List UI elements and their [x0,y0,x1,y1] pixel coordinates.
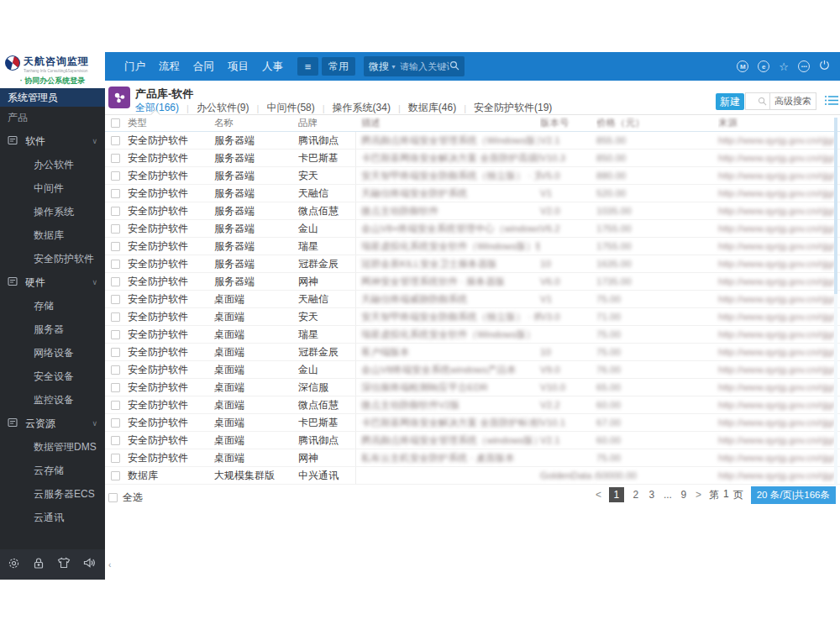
table-row[interactable]: 安全防护软件桌面端卡巴斯基卡巴斯基网络安全解决方案 全面防护标准版（KES） ·… [105,414,840,432]
sidebar-item-0-4[interactable]: 安全防护软件 [0,247,105,270]
sidebar-item-2-2[interactable]: 云服务器ECS [0,482,105,506]
page-button-9[interactable]: 9 [680,489,688,501]
row-checkbox[interactable] [111,348,120,357]
search-scope-dropdown[interactable]: 微搜 [369,60,389,74]
scrollbar-thumb[interactable] [834,118,837,294]
global-search-input[interactable]: 请输入关键词搜 [400,60,449,73]
volume-icon[interactable] [83,557,96,572]
page-button-3[interactable]: 3 [648,489,656,501]
table-row[interactable]: 安全防护软件桌面端深信服深信服终端检测响应平台EDRV10.065.00http… [105,379,840,396]
sidebar-group-1[interactable]: 硬件∨ [0,270,105,294]
office-login-link[interactable]: · 协同办公系统登录 [0,76,105,87]
sidebar-item-0-1[interactable]: 中间件 [0,176,105,200]
next-page-button[interactable]: > [696,489,701,501]
nav-item-1[interactable]: 流程 [159,60,180,74]
sidebar-section-product[interactable]: 产品 [0,107,105,129]
table-row[interactable]: 安全防护软件服务器端卡巴斯基卡巴斯基网络安全解决方案 全面防护高级版 KESB.… [105,150,840,167]
row-checkbox[interactable] [111,189,120,198]
power-icon[interactable] [819,59,830,74]
row-checkbox[interactable] [111,454,120,463]
row-checkbox[interactable] [111,207,120,216]
page-size-summary-badge[interactable]: 20 条/页|共166条 [751,486,836,504]
search-icon[interactable] [449,59,459,74]
page-button-...[interactable]: ... [664,489,672,501]
table-row[interactable]: 安全防护软件服务器端微点佰慧微点主动防御软件V2.01035.00http://… [105,202,840,220]
table-row[interactable]: 安全防护软件服务器端金山金山V8+终端安全系统管理中心（windows版本独立）… [105,220,840,238]
page-jump[interactable]: 第 1 页 [709,488,743,502]
sidebar-item-0-3[interactable]: 数据库 [0,223,105,247]
sidebar-item-2-1[interactable]: 云存储 [0,459,105,482]
collapse-chevron-icon[interactable]: ‹ [108,560,111,570]
advanced-search-button[interactable]: 高级搜索 [769,93,816,109]
theme-shirt-icon[interactable] [57,557,71,572]
row-checkbox[interactable] [111,383,120,392]
tab-2[interactable]: 中间件(58) [266,101,314,115]
sidebar-item-1-3[interactable]: 安全设备 [0,365,105,388]
sidebar-item-1-4[interactable]: 监控设备 [0,388,105,412]
table-row[interactable]: 安全防护软件服务器端瑞星瑞星虚拟化系统安全软件（Windows版）独立版本175… [105,238,840,255]
row-checkbox[interactable] [111,330,120,339]
row-checkbox[interactable] [111,295,120,304]
table-row[interactable]: 安全防护软件服务器端腾讯御点腾讯御点终端安全管理系统（Windows版）V2.1… [105,132,840,150]
table-search-input[interactable] [746,93,769,109]
sidebar-item-0-0[interactable]: 办公软件 [0,153,105,176]
prev-page-button[interactable]: < [596,489,601,501]
sidebar-group-2[interactable]: 云资源∨ [0,412,105,435]
m-badge-icon[interactable]: M [737,60,748,72]
table-row[interactable]: 安全防护软件服务器端网神网神安全管理系统软件 · 服务器版V6.01735.00… [105,273,840,291]
lock-icon[interactable] [33,557,45,573]
table-row[interactable]: 数据库大规模集群版中兴通讯GoldenData s...50000.00http… [105,467,840,485]
message-icon[interactable]: e [758,60,769,72]
nav-item-4[interactable]: 人事 [262,60,283,74]
table-row[interactable]: 安全防护软件桌面端天融信天融信终端威胁防御系统V175.00http://www… [105,291,840,308]
row-checkbox[interactable] [111,312,120,322]
sidebar-item-2-0[interactable]: 数据管理DMS [0,435,105,459]
favorite-star-icon[interactable]: ☆ [779,61,789,72]
row-checkbox[interactable] [111,471,120,480]
sidebar-item-1-0[interactable]: 存储 [0,294,105,318]
page-button-1[interactable]: 1 [609,487,624,502]
settings-gear-icon[interactable] [8,557,20,573]
sidebar-group-0[interactable]: 软件∨ [0,129,105,153]
header-checkbox[interactable] [111,118,120,128]
row-checkbox[interactable] [111,224,120,234]
tab-5[interactable]: 安全防护软件(19) [474,101,552,115]
table-row[interactable]: 安全防护软件服务器端天融信天融信终端安全防护系统V1520.00http://w… [105,185,840,202]
sidebar-item-1-1[interactable]: 服务器 [0,318,105,341]
row-checkbox[interactable] [111,171,120,181]
row-checkbox[interactable] [111,260,120,269]
nav-item-0[interactable]: 门户 [124,60,145,74]
row-checkbox[interactable] [111,418,120,428]
page-jump-number[interactable]: 1 [723,488,729,502]
nav-item-2[interactable]: 合同 [193,60,214,74]
list-view-icon[interactable] [825,94,838,109]
table-row[interactable]: 安全防护软件桌面端安天安天智甲终端安全防御系统（独立版） · 终端防护V3.07… [105,308,840,326]
page-button-2[interactable]: 2 [632,489,640,501]
row-checkbox[interactable] [111,154,120,163]
table-row[interactable]: 安全防护软件服务器端冠群金辰冠群金辰KILL安全卫士服务器版101635.00h… [105,255,840,273]
sidebar-item-2-3[interactable]: 云通讯 [0,506,105,529]
sidebar-item-0-2[interactable]: 操作系统 [0,200,105,223]
select-all-checkbox[interactable] [108,493,118,502]
table-row[interactable]: 安全防护软件桌面端瑞星瑞星虚拟化系统安全软件（Windows版）75.00htt… [105,326,840,344]
row-checkbox[interactable] [111,136,120,145]
new-button[interactable]: 新建 [716,93,744,110]
row-checkbox[interactable] [111,436,120,445]
table-row[interactable]: 安全防护软件桌面端网神私有云主机安全防护系统 · 桌面版本75.00http:/… [105,449,840,467]
row-checkbox[interactable] [111,242,120,251]
nav-menu-icon[interactable]: ≡ [297,57,318,76]
global-search-widget[interactable]: 微搜 ▼ 请输入关键词搜 [364,56,465,76]
row-checkbox[interactable] [111,365,120,375]
table-row[interactable]: 安全防护软件桌面端腾讯御点腾讯御点终端安全管理系统（windows版）V2.1版… [105,432,840,449]
row-checkbox[interactable] [111,401,120,410]
tab-1[interactable]: 办公软件(9) [197,101,249,115]
table-row[interactable]: 安全防护软件桌面端微点佰慧微点主动防御软件V2版V2.260.00http://… [105,396,840,414]
nav-item-3[interactable]: 项目 [228,60,249,74]
row-checkbox[interactable] [111,277,120,286]
table-row[interactable]: 安全防护软件桌面端金山金山V8终端安全系统windows产品本V9.076.00… [105,361,840,379]
tab-4[interactable]: 数据库(46) [408,101,456,115]
sidebar-item-1-2[interactable]: 网络设备 [0,341,105,365]
table-row[interactable]: 安全防护软件桌面端冠群金辰客户端版本1075.00http://www.qyrj… [105,344,840,361]
more-icon[interactable]: ⋯ [798,60,810,72]
table-row[interactable]: 安全防护软件服务器端安天安天智甲终端安全防御系统（独立版） · 支持国产化平台V… [105,167,840,185]
